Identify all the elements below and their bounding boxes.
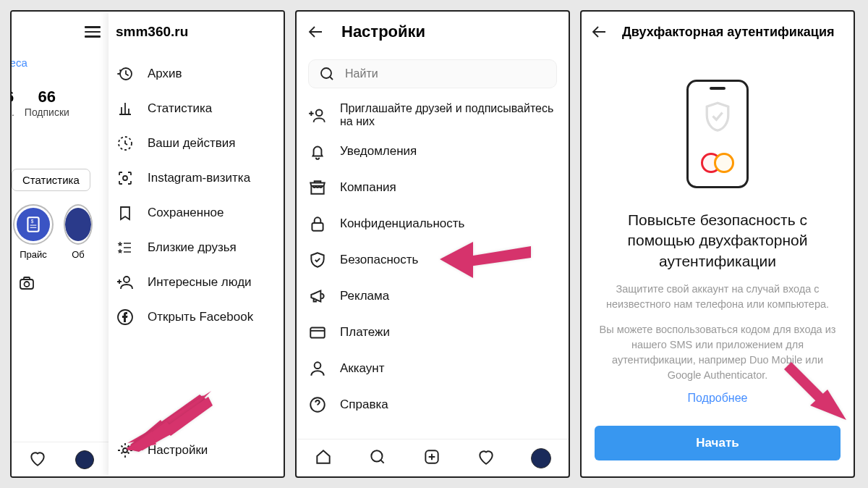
svg-rect-28 [310,328,325,338]
screen-two-factor: Двухфакторная аутентификация Повысьте бе… [580,10,855,478]
settings-label: Компания [340,180,396,195]
menu-item-activity[interactable]: Ваши действия [116,126,284,161]
highlight-item[interactable]: Об [64,204,93,260]
profile-backdrop: изнеса 66 сч... 66 Подписки Статистика $… [12,12,111,476]
menu-item-close-friends[interactable]: Близкие друзья [116,230,284,265]
facebook-icon [116,308,135,326]
svg-rect-27 [312,223,323,231]
card-icon [308,323,327,342]
screen-profile-menu: изнеса 66 сч... 66 Подписки Статистика $… [10,10,285,478]
highlight-label: Прайс [20,249,47,260]
menu-label: Instagram-визитка [148,171,250,185]
add-person-icon [308,106,327,125]
add-person-icon [116,274,135,291]
menu-item-stats[interactable]: Статистика [116,91,284,126]
screen-settings: Настройки Приглашайте друзей и подписыва… [295,10,570,478]
svg-point-5 [25,282,30,287]
highlight-label: Об [72,249,85,260]
highlight-item[interactable]: $ Прайс [13,204,54,260]
stat-posts[interactable]: 66 сч... [12,88,14,118]
settings-item-invite[interactable]: Приглашайте друзей и подписывайтесь на н… [308,97,569,133]
menu-item-discover[interactable]: Интересные люди [116,265,284,300]
menu-item-archive[interactable]: Архив [116,56,284,91]
settings-item-privacy[interactable]: Конфиденциальность [308,206,569,242]
highlight-cover-icon [65,208,91,241]
insights-button[interactable]: Статистика [12,169,90,191]
lock-icon [308,214,327,233]
settings-item-help[interactable]: Справка [308,387,569,423]
stat-following[interactable]: 66 Подписки [25,88,69,118]
menu-item-facebook[interactable]: Открыть Facebook [116,300,284,335]
menu-label: Близкие друзья [148,240,237,255]
svg-rect-6 [24,277,30,279]
settings-label: Конфиденциальность [340,216,464,231]
search-input[interactable] [345,67,548,80]
menu-item-nametag[interactable]: Instagram-визитка [116,161,284,195]
menu-label: Ваши действия [148,136,236,151]
megaphone-icon [308,287,327,306]
two-factor-illustration [582,52,854,210]
settings-item-account[interactable]: Аккаунт [308,350,569,387]
list-star-icon [116,239,135,256]
heart-icon[interactable] [28,449,47,471]
svg-rect-4 [20,279,33,289]
search-icon [318,65,336,83]
business-link[interactable]: изнеса [12,52,111,73]
menu-item-settings[interactable]: Настройки [116,433,208,468]
gear-icon [116,442,135,459]
svg-point-29 [315,362,321,369]
settings-label: Безопасность [340,253,418,267]
settings-label: Справка [340,397,388,412]
learn-more-link[interactable]: Подробнее [582,383,854,405]
two-factor-sub2: Вы можете воспользоваться кодом для вход… [582,312,854,383]
stat-value: 66 [25,88,69,106]
settings-label: Уведомления [340,144,417,159]
new-post-icon[interactable] [422,447,441,469]
settings-label: Платежи [340,325,390,340]
stat-value: 66 [12,88,14,106]
bookmark-icon [116,204,135,222]
two-factor-sub1: Защитите свой аккаунт на случай входа с … [582,272,854,312]
back-arrow-icon[interactable] [307,23,326,41]
menu-label: Архив [148,67,182,81]
scan-icon [116,169,135,187]
menu-item-saved[interactable]: Сохраненное [116,195,284,230]
settings-label: Приглашайте друзей и подписывайтесь на н… [340,102,569,129]
svg-point-12 [123,448,127,453]
profile-avatar-icon[interactable] [531,448,551,468]
settings-item-ads[interactable]: Реклама [308,278,569,314]
page-title: Настройки [341,22,425,41]
highlight-cover-icon: $ [17,208,50,241]
svg-point-31 [372,450,383,461]
menu-label: Сохраненное [148,206,224,220]
settings-label: Реклама [340,289,389,303]
shield-icon [308,251,327,269]
menu-label: Интересные люди [148,275,252,290]
menu-label: Настройки [148,443,208,458]
stat-label: сч... [12,106,14,118]
page-title: Двухфакторная аутентификация [622,25,834,40]
back-arrow-icon[interactable] [590,23,609,41]
activity-icon [116,135,135,152]
clock-icon [116,65,135,83]
camera-icon[interactable] [17,274,36,292]
home-icon[interactable] [314,447,333,469]
settings-item-payments[interactable]: Платежи [308,314,569,350]
settings-item-notifications[interactable]: Уведомления [308,133,569,169]
search-icon[interactable] [368,447,387,469]
search-field[interactable] [308,59,557,88]
two-factor-heading: Повысьте безопасность с помощью двухфакт… [582,210,854,272]
bar-chart-icon [116,100,135,117]
stat-label: Подписки [25,106,69,118]
person-icon [308,359,327,378]
settings-label: Аккаунт [340,361,385,376]
svg-point-25 [321,68,331,78]
profile-avatar-icon[interactable] [75,450,94,469]
svg-point-26 [316,109,323,116]
heart-icon[interactable] [477,447,495,469]
hamburger-icon[interactable] [85,26,101,37]
start-button[interactable]: Начать [595,426,841,460]
settings-item-business[interactable]: Компания [308,169,569,206]
settings-item-security[interactable]: Безопасность [308,242,569,278]
side-drawer: smm360.ru Архив Статистика Ваши действия… [109,12,284,476]
